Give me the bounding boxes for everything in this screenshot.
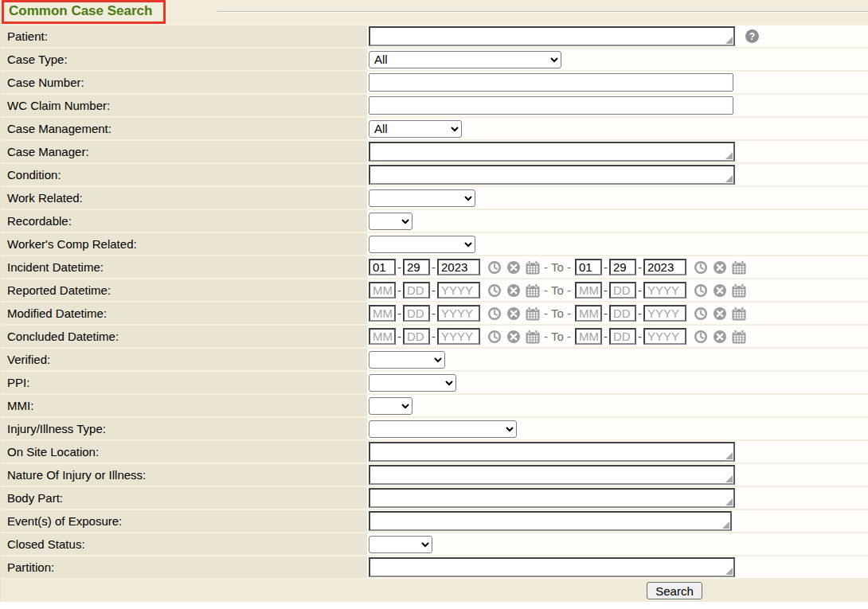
reported-to-year-input[interactable] <box>643 282 686 299</box>
calendar-icon[interactable] <box>526 260 540 275</box>
incident-to-day-input[interactable] <box>609 259 636 275</box>
date-dash: - <box>397 306 401 320</box>
row-injury-illness-type: Injury/Illness Type: <box>1 418 868 439</box>
verified-field <box>367 349 868 370</box>
calendar-icon[interactable] <box>732 283 746 298</box>
case-management-field: All <box>367 118 868 139</box>
patient-textarea[interactable] <box>369 26 735 46</box>
reported-from-month-input[interactable] <box>369 282 396 299</box>
calendar-icon[interactable] <box>526 330 540 344</box>
clear-icon[interactable] <box>506 306 521 321</box>
resize-grip-icon[interactable] <box>725 568 733 575</box>
ppi-field <box>367 372 868 393</box>
case-management-select[interactable]: All <box>369 120 462 138</box>
date-dash: - <box>397 330 401 343</box>
verified-select[interactable] <box>369 351 445 369</box>
resize-grip-icon[interactable] <box>725 37 733 44</box>
row-concluded-datetime: Concluded Datetime: - - - To - - - <box>1 326 868 347</box>
clear-icon[interactable] <box>713 306 727 321</box>
help-icon[interactable]: ? <box>745 29 759 43</box>
concluded-from-year-input[interactable] <box>437 328 480 345</box>
concluded-to-day-input[interactable] <box>609 328 636 345</box>
date-dash: - <box>432 306 436 320</box>
incident-from-year-input[interactable] <box>437 259 480 275</box>
clear-icon[interactable] <box>506 283 521 298</box>
calendar-icon[interactable] <box>526 306 540 321</box>
modified-to-month-input[interactable] <box>575 305 602 322</box>
row-closed-status: Closed Status: <box>1 533 868 555</box>
calendar-icon[interactable] <box>732 330 746 344</box>
incident-from-day-input[interactable] <box>403 259 430 275</box>
case-manager-textarea[interactable] <box>369 142 735 162</box>
injury-illness-type-select[interactable] <box>369 420 517 438</box>
modified-from-month-input[interactable] <box>369 305 396 322</box>
work-related-select[interactable] <box>369 189 475 207</box>
reported-to-day-input[interactable] <box>609 282 636 299</box>
nature-of-injury-textarea[interactable] <box>369 465 735 485</box>
partition-textarea[interactable] <box>369 557 735 577</box>
clear-icon[interactable] <box>506 260 521 275</box>
annotation-red-box: Common Case Search <box>2 0 166 24</box>
to-separator: - To - <box>544 260 571 274</box>
recordable-select[interactable] <box>369 213 412 230</box>
incident-to-month-input[interactable] <box>575 259 602 275</box>
search-button[interactable]: Search <box>647 582 702 599</box>
clock-icon[interactable] <box>694 330 708 344</box>
modified-from-year-input[interactable] <box>437 305 480 322</box>
concluded-to-month-input[interactable] <box>575 328 602 345</box>
modified-from-day-input[interactable] <box>403 305 430 322</box>
body-part-label: Body Part: <box>1 487 367 509</box>
reported-datetime-label: Reported Datetime: <box>1 279 367 301</box>
clock-icon[interactable] <box>487 283 502 298</box>
concluded-datetime-field: - - - To - - - <box>367 326 868 347</box>
reported-from-day-input[interactable] <box>403 282 430 299</box>
modified-to-day-input[interactable] <box>609 305 636 322</box>
incident-datetime-field: - - - To - - - <box>367 256 868 278</box>
clear-icon[interactable] <box>713 330 727 344</box>
events-of-exposure-textarea[interactable] <box>369 511 732 531</box>
clock-icon[interactable] <box>487 330 502 344</box>
clock-icon[interactable] <box>694 283 708 298</box>
workers-comp-related-select[interactable] <box>369 236 475 253</box>
concluded-from-day-input[interactable] <box>403 328 430 345</box>
calendar-icon[interactable] <box>732 260 746 275</box>
clock-icon[interactable] <box>487 260 502 275</box>
condition-textarea[interactable] <box>369 165 735 185</box>
body-part-textarea[interactable] <box>369 488 735 508</box>
clock-icon[interactable] <box>694 306 708 321</box>
calendar-icon[interactable] <box>732 306 746 321</box>
common-case-search-page: Common Case Search Patient: ? Case Type:… <box>0 0 868 602</box>
workers-comp-related-field <box>367 233 868 255</box>
wc-claim-number-input[interactable] <box>369 96 733 115</box>
modified-to-year-input[interactable] <box>643 305 686 322</box>
verified-label: Verified: <box>1 349 367 370</box>
concluded-to-year-input[interactable] <box>643 328 686 345</box>
reported-from-year-input[interactable] <box>437 282 480 299</box>
on-site-location-textarea[interactable] <box>369 442 735 462</box>
clock-icon[interactable] <box>694 260 708 275</box>
reported-to-month-input[interactable] <box>575 282 602 299</box>
incident-from-month-input[interactable] <box>369 259 396 275</box>
resize-grip-icon[interactable] <box>725 152 733 159</box>
clear-icon[interactable] <box>506 330 521 344</box>
case-type-select[interactable]: All <box>369 51 561 68</box>
calendar-icon[interactable] <box>526 283 540 298</box>
date-dash: - <box>432 283 436 297</box>
resize-grip-icon[interactable] <box>722 521 729 529</box>
concluded-from-month-input[interactable] <box>369 328 396 345</box>
clear-icon[interactable] <box>713 283 727 298</box>
row-reported-datetime: Reported Datetime: - - - To - - - <box>1 279 868 301</box>
ppi-select[interactable] <box>369 374 456 392</box>
date-dash: - <box>432 260 436 274</box>
resize-grip-icon[interactable] <box>725 452 733 459</box>
incident-to-year-input[interactable] <box>643 259 686 275</box>
clock-icon[interactable] <box>487 306 502 321</box>
case-number-input[interactable] <box>369 73 733 92</box>
mmi-select[interactable] <box>369 397 412 415</box>
clear-icon[interactable] <box>713 260 727 275</box>
resize-grip-icon[interactable] <box>725 175 733 182</box>
resize-grip-icon[interactable] <box>725 475 733 482</box>
resize-grip-icon[interactable] <box>725 498 733 506</box>
patient-field: ? <box>367 25 868 47</box>
closed-status-select[interactable] <box>369 536 432 553</box>
